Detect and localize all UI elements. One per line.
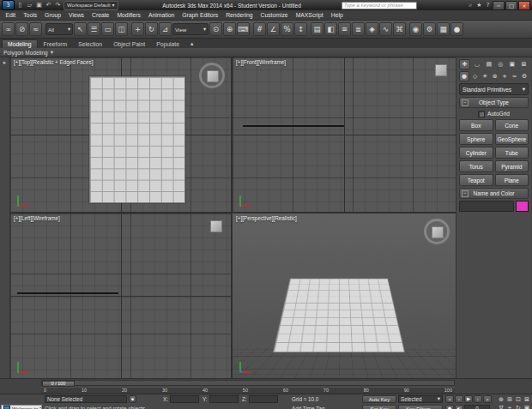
geometry-category-icon[interactable]: ● (459, 71, 469, 81)
graphite-ribbon-icon[interactable]: ◈ (366, 22, 378, 36)
infocenter-search-input[interactable] (342, 2, 417, 9)
angle-snap-icon[interactable]: ∠ (267, 22, 280, 36)
box-button[interactable]: Box (459, 119, 493, 131)
menu-create[interactable]: Create (88, 10, 113, 20)
systems-category-icon[interactable]: ⚙ (520, 72, 529, 81)
plane-object-edge[interactable] (243, 125, 344, 127)
cameras-category-icon[interactable]: ⊚ (491, 72, 499, 81)
select-rotate-icon[interactable]: ↻ (145, 22, 158, 36)
select-link-icon[interactable]: ∞ (2, 22, 15, 36)
window-crossing-icon[interactable]: ◫ (115, 22, 128, 36)
menu-customize[interactable]: Customize (257, 10, 292, 20)
selection-filter-dropdown[interactable]: All ▾ (45, 23, 73, 35)
save-file-icon[interactable]: ▣ (35, 3, 43, 9)
viewport-left[interactable]: [+][Left][Wireframe] (10, 214, 231, 378)
viewcube-cube-icon[interactable] (432, 226, 444, 238)
track-bar-ruler[interactable]: 0 10 20 30 40 50 60 70 80 90 100 (41, 387, 455, 394)
utilities-tab-icon[interactable]: ⊠ (519, 60, 529, 69)
display-tab-icon[interactable]: ▣ (507, 60, 517, 69)
current-frame-field[interactable]: 0 (464, 405, 490, 409)
pan-icon[interactable]: + (505, 404, 514, 409)
auto-key-button[interactable]: Auto Key (362, 395, 396, 403)
y-coordinate-field[interactable] (209, 395, 239, 403)
minimize-button[interactable]: ─ (493, 1, 505, 10)
pyramid-button[interactable]: Pyramid (495, 160, 529, 172)
lights-category-icon[interactable]: ☀ (481, 72, 489, 81)
viewport-left-canvas[interactable] (10, 214, 231, 378)
viewport-front-label[interactable]: [+][Front][Wireframe] (236, 59, 286, 65)
zoom-extents-all-icon[interactable]: ⊠ (523, 395, 531, 404)
menu-rendering[interactable]: Rendering (222, 10, 257, 20)
name-and-color-rollout[interactable]: − Name and Color (459, 188, 529, 199)
goto-start-icon[interactable]: « (445, 395, 454, 403)
viewport-top[interactable]: [+][Top][Realistic + Edged Faces] (10, 57, 231, 212)
zoom-extents-icon[interactable]: ⊡ (514, 395, 523, 404)
named-selection-sets-icon[interactable]: ▤ (311, 22, 323, 36)
polygon-modeling-panel[interactable]: Polygon Modeling (3, 50, 48, 56)
time-slider-handle[interactable]: 0 / 100 (42, 381, 75, 387)
key-filter-selected-dropdown[interactable]: Selected ▾ (398, 395, 443, 403)
lock-selection-icon[interactable]: ▪ (129, 395, 136, 403)
align-icon[interactable]: ≡ (338, 22, 351, 36)
menu-tools[interactable]: Tools (20, 10, 41, 20)
menu-maxscript[interactable]: MAXScript (292, 10, 327, 20)
render-setup-icon[interactable]: ⚙ (423, 22, 436, 36)
open-file-icon[interactable]: ▱ (26, 3, 33, 9)
menu-animation[interactable]: Animation (144, 10, 178, 20)
modify-tab-icon[interactable]: ◡ (473, 60, 482, 69)
snaps-toggle-icon[interactable]: # (253, 22, 266, 36)
reference-coordinate-dropdown[interactable]: View ▾ (172, 23, 209, 35)
object-type-rollout[interactable]: − Object Type (459, 97, 529, 108)
plane-object-edge[interactable] (17, 292, 118, 294)
ribbon-tab-object-paint[interactable]: Object Paint (108, 40, 150, 48)
rendered-frame-window-icon[interactable]: ▦ (437, 22, 450, 36)
viewcube-cube-icon[interactable] (207, 70, 219, 82)
viewport-layout-tabs[interactable]: ▸ (0, 57, 10, 378)
object-color-swatch[interactable] (516, 201, 529, 212)
viewport-front-canvas[interactable] (233, 57, 456, 212)
menu-graph-editors[interactable]: Graph Editors (178, 10, 222, 20)
previous-frame-icon[interactable]: ‹ (455, 395, 463, 403)
layer-manager-icon[interactable]: ≣ (352, 22, 365, 36)
workspace-dropdown[interactable]: Workspace Default ▾ (63, 1, 118, 10)
percent-snap-icon[interactable]: % (281, 22, 293, 36)
select-object-icon[interactable]: ↖ (74, 22, 87, 36)
cylinder-button[interactable]: Cylinder (459, 147, 493, 159)
play-icon[interactable]: ▶ (464, 395, 473, 403)
menu-views[interactable]: Views (64, 10, 88, 20)
spinner-snap-icon[interactable]: ↕ (294, 22, 307, 36)
bind-spacewarp-icon[interactable]: ≈ (29, 22, 42, 36)
viewport-top-canvas[interactable] (10, 57, 231, 212)
render-production-icon[interactable]: ● (450, 22, 463, 36)
ribbon-tab-freeform[interactable]: Freeform (39, 40, 73, 48)
hierarchy-tab-icon[interactable]: ▤ (484, 60, 493, 69)
viewcube[interactable] (424, 219, 450, 244)
add-time-tag[interactable]: Add Time Tag (292, 406, 324, 409)
viewport-top-label[interactable]: [+][Top][Realistic + Edged Faces] (14, 59, 93, 65)
autogrid-checkbox[interactable] (478, 111, 485, 117)
plane-button[interactable]: Plane (495, 174, 529, 186)
keyboard-override-icon[interactable]: ⌨ (237, 22, 250, 36)
shapes-category-icon[interactable]: ◇ (471, 72, 480, 81)
viewcube[interactable] (210, 220, 222, 232)
maximize-viewport-icon[interactable]: ▣ (523, 404, 531, 409)
ribbon-tab-modeling[interactable]: Modeling (2, 39, 38, 48)
favorites-star-icon[interactable]: ★ (475, 3, 483, 9)
key-mode-icon[interactable]: ● (445, 405, 454, 409)
select-scale-icon[interactable]: ⊿ (159, 22, 172, 36)
teapot-button[interactable]: Teapot (459, 174, 493, 186)
select-manipulate-icon[interactable]: ⊕ (223, 22, 236, 36)
primitives-dropdown[interactable]: Standard Primitives ▾ (459, 83, 529, 95)
motion-tab-icon[interactable]: ◎ (496, 60, 505, 69)
select-by-name-icon[interactable]: ☰ (88, 22, 100, 36)
schematic-view-icon[interactable]: ⌘ (393, 22, 406, 36)
menu-edit[interactable]: Edit (2, 10, 20, 20)
redo-icon[interactable]: ↷ (54, 3, 62, 9)
maximize-button[interactable]: □ (505, 1, 517, 10)
collapse-icon[interactable]: − (462, 99, 469, 106)
z-coordinate-field[interactable] (249, 395, 278, 403)
curve-editor-icon[interactable]: ∿ (379, 22, 392, 36)
menu-help[interactable]: Help (327, 10, 347, 20)
tube-button[interactable]: Tube (495, 147, 529, 159)
viewcube[interactable] (199, 63, 225, 88)
